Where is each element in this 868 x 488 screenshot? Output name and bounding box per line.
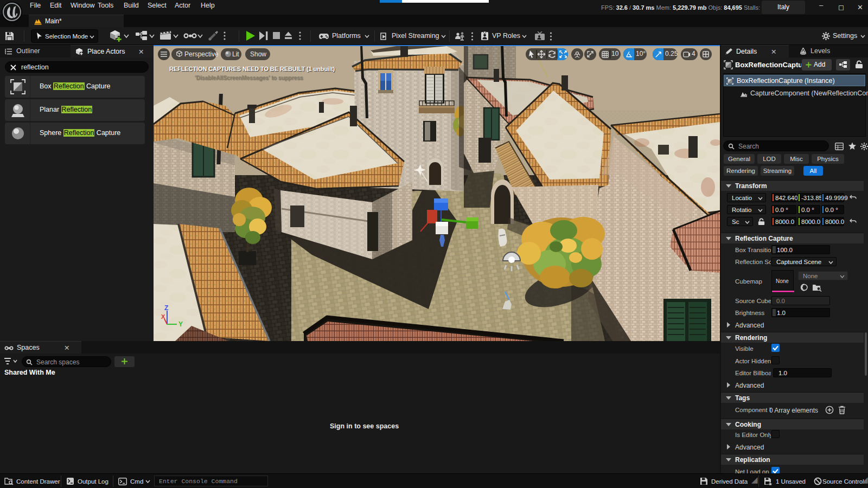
svg-text:Y: Y xyxy=(178,320,183,328)
svg-text:X: X xyxy=(161,313,165,320)
svg-text:Z: Z xyxy=(164,304,168,312)
